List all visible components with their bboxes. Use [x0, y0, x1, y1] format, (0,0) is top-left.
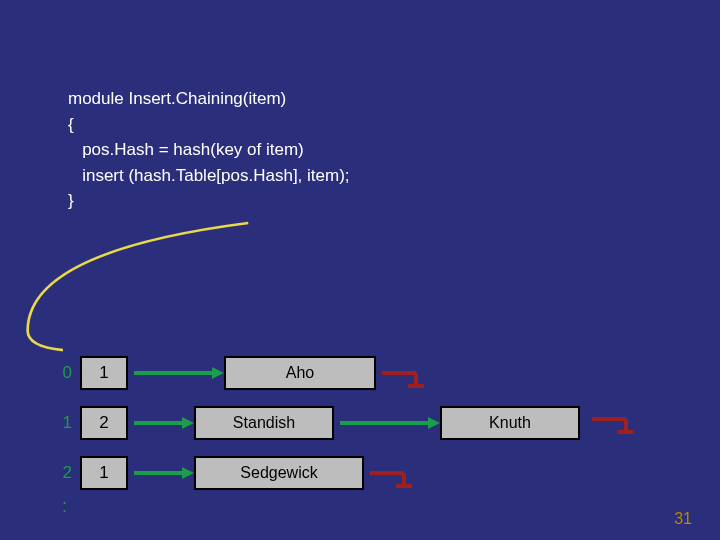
- null-pointer-icon: [370, 456, 420, 490]
- svg-marker-8: [428, 417, 440, 429]
- name-cell: Aho: [224, 356, 376, 390]
- row-index: 2: [52, 463, 72, 483]
- arrow-icon: [340, 406, 440, 440]
- table-row: 0 1 Aho: [52, 352, 586, 394]
- table-row: 2 1 Sedgewick: [52, 452, 586, 494]
- code-block: module Insert.Chaining(item) { pos.Hash …: [68, 86, 350, 214]
- null-pointer-icon: [382, 356, 432, 390]
- svg-marker-6: [182, 417, 194, 429]
- arrow-icon: [134, 406, 194, 440]
- hash-table-diagram: 0 1 Aho 1 2 Standish Knuth: [52, 352, 586, 502]
- svg-marker-1: [212, 367, 224, 379]
- name-cell: Knuth: [440, 406, 580, 440]
- svg-marker-13: [182, 467, 194, 479]
- page-number: 31: [674, 510, 692, 528]
- code-line: }: [68, 188, 350, 214]
- count-cell: 1: [80, 456, 128, 490]
- arrow-icon: [134, 356, 224, 390]
- curve-arrow: [0, 216, 320, 366]
- code-line: module Insert.Chaining(item): [68, 86, 350, 112]
- null-pointer-icon: [592, 402, 642, 436]
- code-line: {: [68, 112, 350, 138]
- code-line: pos.Hash = hash(key of item): [68, 137, 350, 163]
- row-index: 0: [52, 363, 72, 383]
- row-index: 1: [52, 413, 72, 433]
- ellipsis: :: [62, 502, 67, 510]
- arrow-icon: [134, 456, 194, 490]
- code-line: insert (hash.Table[pos.Hash], item);: [68, 163, 350, 189]
- name-cell: Standish: [194, 406, 334, 440]
- name-cell: Sedgewick: [194, 456, 364, 490]
- table-row: 1 2 Standish Knuth: [52, 402, 586, 444]
- count-cell: 2: [80, 406, 128, 440]
- count-cell: 1: [80, 356, 128, 390]
